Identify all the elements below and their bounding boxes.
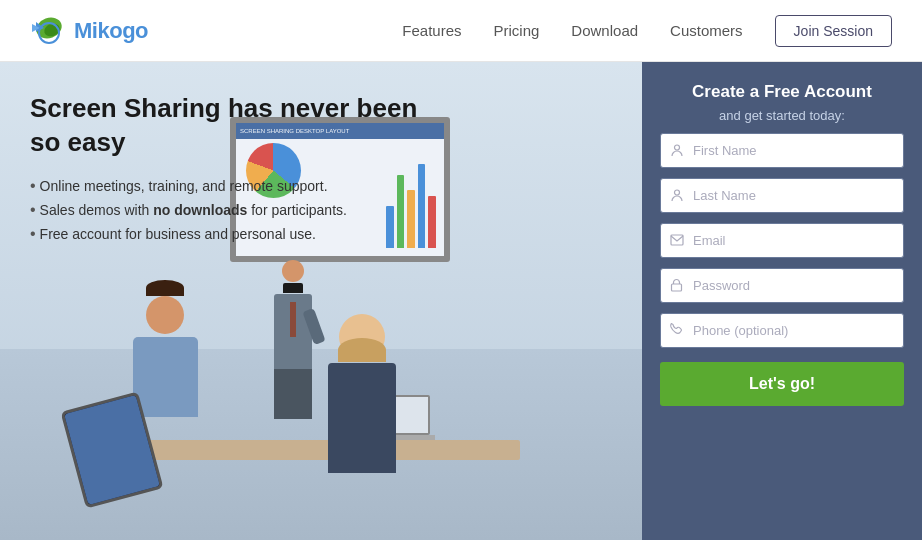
bullet-1: Online meetings, training, and remote su…: [30, 178, 450, 194]
svg-point-6: [675, 190, 680, 195]
right-person: [322, 290, 402, 540]
join-session-button[interactable]: Join Session: [775, 15, 892, 47]
password-field: [660, 268, 904, 303]
bullet-2: Sales demos with no downloads for partic…: [30, 202, 450, 218]
seated-head: [146, 296, 184, 334]
presenter-hair: [283, 283, 303, 293]
hero-bullets: Online meetings, training, and remote su…: [30, 178, 450, 242]
nav-features[interactable]: Features: [402, 22, 461, 39]
submit-button[interactable]: Let's go!: [660, 362, 904, 406]
logo[interactable]: Mikogo: [30, 14, 148, 48]
bold-text: no downloads: [153, 202, 247, 218]
seated-hair: [146, 280, 184, 296]
right-person-hair: [338, 338, 386, 362]
bullet-3-text: Free account for business and personal u…: [40, 226, 316, 242]
nav-download[interactable]: Download: [571, 22, 638, 39]
bullet-1-text: Online meetings, training, and remote su…: [40, 178, 328, 194]
presenter-body: [274, 294, 312, 369]
email-input[interactable]: [660, 223, 904, 258]
presenter-tie: [290, 302, 296, 337]
presenter-person: [265, 260, 320, 420]
bullet-3: Free account for business and personal u…: [30, 226, 450, 242]
signup-title: Create a Free Account: [660, 82, 904, 102]
nav-pricing[interactable]: Pricing: [494, 22, 540, 39]
main-content: SCREEN SHARING DESKTOP LAYOUT: [0, 62, 922, 540]
svg-rect-7: [671, 235, 683, 245]
right-person-body: [328, 363, 396, 473]
seated-body: [133, 337, 198, 417]
phone-field: [660, 313, 904, 348]
person-icon: [670, 143, 684, 159]
password-input[interactable]: [660, 268, 904, 303]
signup-panel: Create a Free Account and get started to…: [642, 62, 922, 540]
presenter-legs: [274, 369, 312, 419]
main-nav: Features Pricing Download Customers Join…: [402, 15, 892, 47]
hero-headline: Screen Sharing has never been so easy: [30, 92, 450, 160]
svg-rect-8: [672, 284, 682, 291]
signup-subtitle: and get started today:: [660, 108, 904, 123]
person-icon-2: [670, 188, 684, 204]
email-field: [660, 223, 904, 258]
phone-input[interactable]: [660, 313, 904, 348]
logo-text: Mikogo: [74, 18, 148, 44]
lock-icon: [670, 278, 683, 294]
hero-text: Screen Sharing has never been so easy On…: [30, 92, 450, 250]
last-name-input[interactable]: [660, 178, 904, 213]
bullet-2-text: Sales demos with no downloads for partic…: [40, 202, 347, 218]
header: Mikogo Features Pricing Download Custome…: [0, 0, 922, 62]
nav-customers[interactable]: Customers: [670, 22, 743, 39]
svg-point-5: [675, 145, 680, 150]
presenter-head: [282, 260, 304, 282]
first-name-input[interactable]: [660, 133, 904, 168]
phone-icon: [670, 323, 683, 339]
email-icon: [670, 234, 684, 248]
last-name-field: [660, 178, 904, 213]
first-name-field: [660, 133, 904, 168]
logo-icon: [30, 14, 68, 48]
